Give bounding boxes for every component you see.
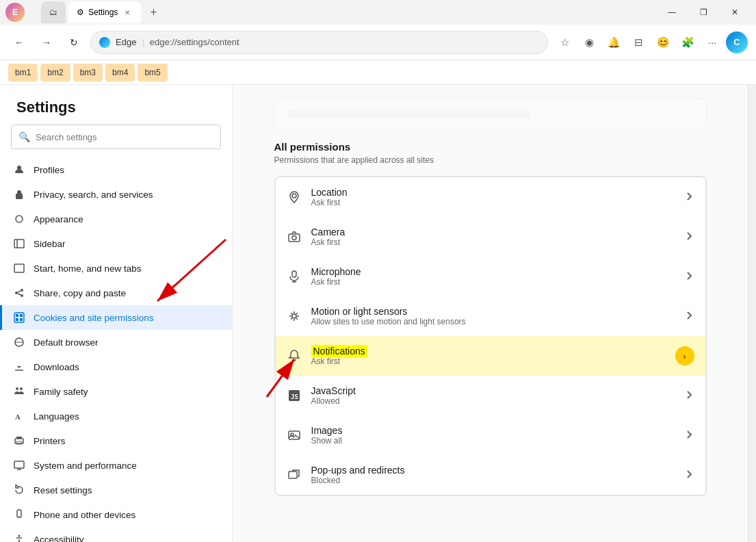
split-screen-icon[interactable]: ⊟ xyxy=(627,31,649,53)
collections-icon[interactable]: ◉ xyxy=(578,31,600,53)
perm-arrow-location xyxy=(683,191,694,204)
sidebar-item-phone[interactable]: Phone and other devices xyxy=(0,502,232,527)
permission-item-location[interactable]: LocationAsk first xyxy=(275,177,706,217)
refresh-button[interactable]: ↻ xyxy=(63,31,85,53)
search-input[interactable] xyxy=(36,132,213,142)
perm-name-microphone: Microphone xyxy=(311,266,674,277)
sidebar-icon-family xyxy=(13,385,25,398)
svg-rect-41 xyxy=(289,431,300,439)
perm-text-popups: Pop-ups and redirectsBlocked xyxy=(311,465,674,485)
content-area: All permissions Permissions that are app… xyxy=(233,85,748,542)
scrollbar-area[interactable] xyxy=(748,85,756,542)
perm-name-images: Images xyxy=(311,425,674,436)
perm-name-popups: Pop-ups and redirects xyxy=(311,465,674,476)
section-title: All permissions xyxy=(274,141,707,153)
svg-rect-13 xyxy=(20,314,23,317)
forward-button[interactable]: → xyxy=(36,31,57,53)
tab-close[interactable]: ✕ xyxy=(122,7,133,18)
sidebar-item-family[interactable]: Family safety xyxy=(0,379,232,404)
address-text: edge://settings/content xyxy=(150,37,239,47)
permission-item-microphone[interactable]: MicrophoneAsk first xyxy=(275,257,706,296)
bookmark-3[interactable]: bm3 xyxy=(73,64,103,81)
perm-icon-location xyxy=(287,190,302,205)
svg-rect-5 xyxy=(14,264,24,272)
sidebar-item-share[interactable]: Share, copy and paste xyxy=(0,281,232,305)
sidebar-icon-sidebar xyxy=(13,237,25,250)
address-bar[interactable]: Edge | edge://settings/content xyxy=(90,31,548,54)
tab-settings[interactable]: ⚙ Settings ✕ xyxy=(68,1,141,23)
svg-rect-15 xyxy=(20,318,23,321)
svg-rect-3 xyxy=(14,240,24,248)
settings-more-icon[interactable]: ··· xyxy=(701,31,723,53)
new-tab-button[interactable]: + xyxy=(144,3,163,22)
minimize-button[interactable]: — xyxy=(656,0,688,25)
svg-point-34 xyxy=(292,236,296,240)
sidebar-label-default: Default browser xyxy=(34,337,99,348)
permission-item-motion[interactable]: Motion or light sensorsAllow sites to us… xyxy=(275,296,706,336)
sidebar-icon-default xyxy=(13,336,25,348)
bookmark-1[interactable]: bm1 xyxy=(8,64,38,81)
svg-rect-43 xyxy=(289,472,297,478)
perm-icon-notifications xyxy=(287,348,302,363)
tab-settings-label: Settings xyxy=(88,8,118,17)
browser-essentials-icon[interactable]: 🔔 xyxy=(603,31,625,53)
sidebar-item-accessibility[interactable]: Accessibility xyxy=(0,527,232,542)
back-button[interactable]: ← xyxy=(8,31,30,53)
bookmark-5[interactable]: bm5 xyxy=(138,64,167,81)
close-button[interactable]: ✕ xyxy=(719,0,751,25)
sidebar-label-accessibility: Accessibility xyxy=(34,534,84,543)
sidebar-label-downloads: Downloads xyxy=(34,362,79,372)
sidebar-label-cookies: Cookies and site permissions xyxy=(34,313,154,323)
svg-rect-35 xyxy=(292,271,296,277)
bookmark-2[interactable]: bm2 xyxy=(40,64,70,81)
search-box[interactable]: 🔍 xyxy=(11,125,221,149)
svg-point-8 xyxy=(21,294,23,297)
svg-rect-24 xyxy=(16,437,22,439)
perm-status-microphone: Ask first xyxy=(311,277,674,287)
restore-button[interactable]: ❐ xyxy=(688,0,719,25)
sidebar-icon-languages: A xyxy=(13,410,25,422)
sidebar-item-downloads[interactable]: Downloads xyxy=(0,354,232,379)
perm-name-motion: Motion or light sensors xyxy=(311,306,674,317)
sidebar-item-sidebar[interactable]: Sidebar xyxy=(0,231,232,256)
sidebar-item-privacy[interactable]: Privacy, search, and services xyxy=(0,182,232,207)
permission-item-camera[interactable]: CameraAsk first xyxy=(275,217,706,257)
sidebar-label-family: Family safety xyxy=(34,387,88,397)
sidebar-item-printers[interactable]: Printers xyxy=(0,428,232,453)
content-inner: All permissions Permissions that are app… xyxy=(258,85,723,524)
sidebar-item-languages[interactable]: ALanguages xyxy=(0,404,232,428)
permission-item-images[interactable]: ImagesShow all xyxy=(275,415,706,455)
favorites-icon[interactable]: ☆ xyxy=(553,31,575,53)
perm-name-notifications: Notifications xyxy=(311,346,666,357)
sidebar-item-system[interactable]: System and performance xyxy=(0,453,232,478)
permission-item-javascript[interactable]: JSJavaScriptAllowed xyxy=(275,376,706,415)
sidebar-item-profiles[interactable]: Profiles xyxy=(0,157,232,182)
sidebar-item-default[interactable]: Default browser xyxy=(0,330,232,354)
perm-icon-javascript: JS xyxy=(287,388,302,403)
copilot-icon[interactable]: C xyxy=(726,31,748,53)
tab-inactive[interactable]: 🗂 xyxy=(41,1,66,23)
perm-name-javascript: JavaScript xyxy=(311,385,674,396)
sidebar-label-start: Start, home, and new tabs xyxy=(34,263,142,274)
svg-point-7 xyxy=(15,292,18,294)
sidebar-item-cookies[interactable]: Cookies and site permissions xyxy=(0,305,232,330)
bookmark-4[interactable]: bm4 xyxy=(105,64,135,81)
perm-status-camera: Ask first xyxy=(311,237,674,247)
perm-name-location: Location xyxy=(311,187,674,198)
extensions-icon[interactable]: 🧩 xyxy=(677,31,699,53)
profile-icon[interactable]: 😊 xyxy=(652,31,674,53)
sidebar-item-reset[interactable]: Reset settings xyxy=(0,478,232,502)
perm-status-location: Ask first xyxy=(311,198,674,207)
svg-point-29 xyxy=(18,535,21,537)
permission-item-popups[interactable]: Pop-ups and redirectsBlocked xyxy=(275,455,706,495)
avatar: E xyxy=(5,3,25,22)
sidebar-item-appearance[interactable]: Appearance xyxy=(0,207,232,231)
sidebar-icon-start xyxy=(13,262,25,274)
sidebar-icon-accessibility xyxy=(13,533,25,542)
perm-icon-motion xyxy=(287,309,302,324)
sidebar-item-start[interactable]: Start, home, and new tabs xyxy=(0,256,232,281)
permission-item-notifications[interactable]: NotificationsAsk first› xyxy=(275,336,706,376)
perm-status-notifications: Ask first xyxy=(311,357,666,366)
perm-arrow-microphone xyxy=(683,270,694,283)
perm-icon-images xyxy=(287,428,302,443)
